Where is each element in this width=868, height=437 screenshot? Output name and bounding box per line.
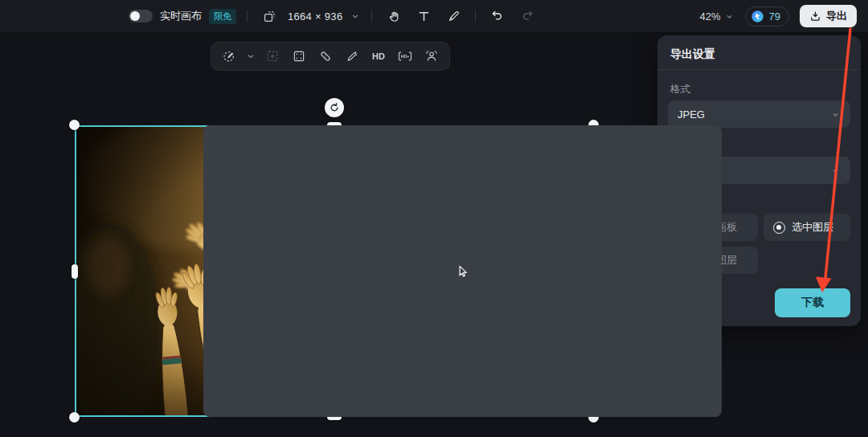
panel-title: 导出设置: [670, 47, 715, 62]
radio-icon: [773, 222, 785, 234]
canvas-resize-icon[interactable]: [258, 5, 280, 27]
live-canvas-label: 实时画布: [160, 9, 202, 23]
app-window: 实时画布 限免 1664 × 936: [0, 0, 868, 437]
selection-handle-bottom-left[interactable]: [69, 412, 80, 423]
local-redraw-icon[interactable]: [218, 45, 240, 67]
live-canvas-toggle[interactable]: [129, 10, 153, 22]
zoom-level-control[interactable]: 42%: [700, 10, 735, 22]
portrait-cutout-icon[interactable]: [420, 45, 443, 67]
chevron-down-icon[interactable]: [350, 10, 361, 22]
tool-cursor[interactable]: [203, 125, 722, 417]
magic-enhance-pen-icon[interactable]: [341, 45, 363, 67]
zoom-level-value: 42%: [700, 10, 721, 22]
chevron-down-icon[interactable]: [244, 45, 257, 67]
hd-quality-icon[interactable]: HD: [367, 45, 390, 67]
chevron-down-icon: [724, 11, 735, 22]
download-button[interactable]: 下载: [775, 288, 850, 317]
image-actions-toolbar: HD HD+: [211, 42, 450, 71]
format-value: JPEG: [678, 108, 705, 120]
credit-coin-icon: [751, 10, 764, 23]
redo-icon[interactable]: [516, 5, 538, 27]
super-resolution-icon[interactable]: HD+: [394, 45, 416, 67]
rotate-handle[interactable]: [325, 98, 344, 117]
limited-free-badge: 限免: [209, 9, 236, 24]
chevron-down-icon: [830, 165, 841, 176]
expand-canvas-icon[interactable]: [261, 45, 284, 67]
divider: [247, 10, 248, 22]
divider: [371, 10, 372, 22]
option-selected-layer[interactable]: 选中图层: [764, 214, 850, 241]
export-button[interactable]: 导出: [800, 5, 857, 27]
top-toolbar: 实时画布 限免 1664 × 936: [0, 0, 868, 33]
undo-icon[interactable]: [486, 5, 509, 27]
divider: [475, 10, 476, 22]
credits-count: 79: [769, 10, 780, 22]
toggle-knob: [130, 11, 140, 21]
tool-text[interactable]: [412, 5, 435, 27]
export-button-label: 导出: [826, 9, 847, 23]
format-label: 格式: [670, 83, 690, 96]
frame-crop-icon[interactable]: [288, 45, 310, 67]
download-tray-icon: [809, 10, 821, 22]
hd-plus-label: HD+: [401, 54, 410, 59]
format-select[interactable]: JPEG: [668, 100, 850, 128]
download-button-label: 下载: [801, 296, 824, 310]
tool-brush[interactable]: [442, 5, 465, 27]
selection-handle-top-left[interactable]: [69, 120, 80, 130]
chevron-down-icon: [830, 109, 841, 120]
selection-handle-left[interactable]: [72, 264, 78, 279]
tool-hand[interactable]: [383, 5, 405, 27]
divider: [657, 69, 861, 70]
hd-label: HD: [372, 51, 385, 61]
remove-object-bandage-icon[interactable]: [314, 45, 337, 67]
credits-pill[interactable]: 79: [745, 6, 789, 27]
option-label: 选中图层: [792, 220, 833, 235]
canvas-size-value[interactable]: 1664 × 936: [288, 10, 342, 22]
